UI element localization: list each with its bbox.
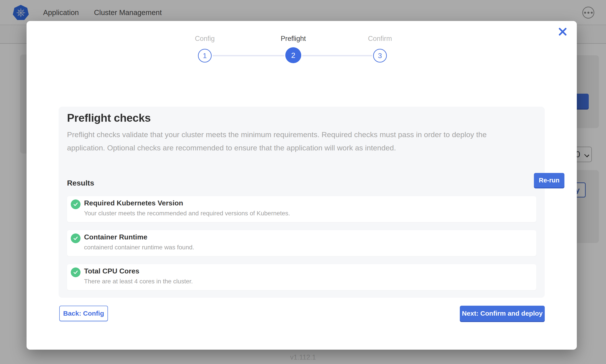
preflight-panel: Preflight checks Preflight checks valida… [59, 107, 545, 298]
page-title: Preflight checks [67, 112, 151, 124]
step-label-config: Config [161, 35, 249, 43]
check-pass-icon [71, 234, 81, 243]
preflight-description: Preflight checks validate that your clus… [67, 128, 525, 154]
rerun-button[interactable]: Re-run [534, 173, 565, 188]
close-icon[interactable] [557, 26, 568, 37]
check-title: Container Runtime [84, 233, 147, 241]
check-message: Your cluster meets the recommended and r… [84, 210, 290, 217]
check-result-row: Container Runtime containerd container r… [67, 230, 536, 256]
check-pass-icon [71, 267, 81, 277]
check-title: Total CPU Cores [84, 267, 139, 275]
check-title: Required Kubernetes Version [84, 199, 183, 207]
step-circle-preflight[interactable]: 2 [285, 47, 301, 63]
step-connector [302, 55, 372, 56]
check-message: There are at least 4 cores in the cluste… [84, 278, 193, 285]
step-label-preflight: Preflight [249, 35, 338, 43]
check-pass-icon [71, 199, 81, 209]
step-circle-config[interactable]: 1 [198, 49, 212, 63]
check-result-row: Total CPU Cores There are at least 4 cor… [67, 264, 536, 290]
check-message: containerd container runtime was found. [84, 244, 194, 251]
back-config-button[interactable]: Back: Config [59, 306, 108, 321]
results-heading: Results [67, 179, 94, 187]
next-confirm-deploy-button[interactable]: Next: Confirm and deploy [460, 306, 545, 321]
check-result-row: Required Kubernetes Version Your cluster… [67, 196, 536, 222]
step-label-confirm: Confirm [336, 35, 424, 43]
app-root: ⎈ Application Cluster Management 0 y v1.… [0, 0, 606, 364]
step-circle-confirm[interactable]: 3 [373, 49, 387, 63]
preflight-modal: Config Preflight Confirm 1 2 3 Preflight… [27, 21, 577, 350]
step-connector [213, 55, 284, 56]
